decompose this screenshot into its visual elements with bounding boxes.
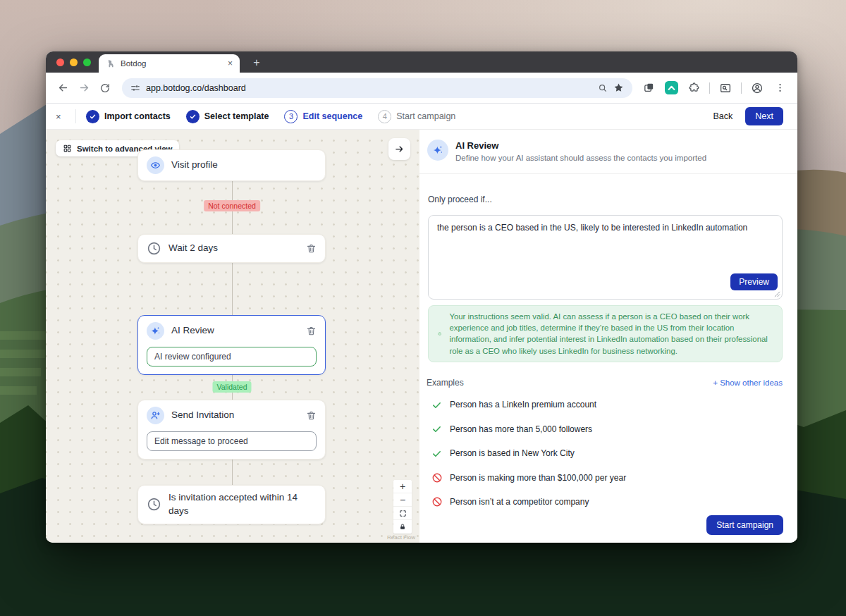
example-text: Person has more than 5,000 followers [450, 424, 592, 434]
window-controls [56, 58, 91, 66]
step-label: Start campaign [396, 111, 455, 121]
step-label: Edit sequence [302, 111, 362, 121]
step-label: Select template [204, 111, 269, 121]
side-panel-search-icon[interactable] [716, 79, 735, 97]
delete-node-icon[interactable] [306, 410, 317, 421]
example-text: Person is based in New York City [450, 448, 575, 458]
step-number: 3 [284, 110, 298, 123]
validation-message: Your instructions seem valid. AI can ass… [449, 311, 772, 357]
fit-view-button[interactable] [393, 507, 412, 520]
browser-tab[interactable]: Botdog × [99, 54, 240, 73]
tab-title: Botdog [121, 59, 223, 68]
delete-node-icon[interactable] [306, 243, 317, 254]
node-status-pill: AI review configured [147, 347, 317, 366]
node-visit-profile[interactable]: Visit profile [137, 149, 326, 181]
delete-node-icon[interactable] [306, 326, 317, 336]
toolbar-separator [709, 82, 710, 94]
panel-title: AI Review [455, 140, 706, 151]
start-campaign-button[interactable]: Start campaign [706, 515, 783, 535]
close-window-button[interactable] [56, 58, 64, 66]
tab-groups-icon[interactable] [639, 79, 658, 97]
clock-icon [147, 241, 161, 256]
bookmark-star-icon[interactable] [613, 82, 624, 93]
step-start-campaign[interactable]: 4 Start campaign [378, 110, 455, 123]
node-send-invitation[interactable]: Send Invitation Edit message to proceed [137, 400, 326, 460]
tab-close-icon[interactable]: × [228, 59, 233, 68]
eye-icon [147, 156, 164, 174]
forward-icon[interactable] [74, 78, 94, 98]
example-item[interactable]: Person isn’t at a competitor company [419, 490, 797, 515]
fit-view-icon [399, 510, 407, 517]
collapse-panel-button[interactable] [388, 138, 410, 160]
step-import-contacts[interactable]: Import contacts [86, 110, 171, 123]
person-add-icon [147, 407, 164, 424]
resize-handle[interactable] [774, 291, 780, 297]
sparkle-icon [147, 322, 164, 340]
example-item[interactable]: Person is making more than $100,000 per … [419, 465, 797, 490]
toolbar-separator [741, 82, 742, 94]
node-title: Wait 2 days [168, 242, 299, 255]
browser-window: Botdog × + app.botdog.co/dashboard [46, 51, 797, 543]
zoom-in-button[interactable]: + [393, 480, 412, 493]
step-number: 4 [378, 110, 391, 123]
lock-button[interactable] [393, 520, 412, 534]
wizard-stepper: × Import contacts Select template 3 Edit… [46, 104, 797, 130]
show-other-ideas-link[interactable]: + Show other ideas [713, 378, 783, 387]
node-wait-2-days[interactable]: Wait 2 days [137, 234, 326, 263]
panel-header: AI Review Define how your AI assistant s… [419, 130, 797, 174]
check-icon [431, 424, 443, 434]
node-title: Visit profile [171, 159, 317, 172]
step-check-icon [86, 110, 99, 123]
node-title: AI Review [171, 324, 299, 338]
step-select-template[interactable]: Select template [186, 110, 269, 123]
node-invitation-accepted[interactable]: Is invitation accepted within 14 days [137, 485, 326, 524]
minimize-window-button[interactable] [70, 58, 78, 66]
prohibit-icon [431, 496, 443, 507]
step-check-icon [186, 110, 200, 123]
preview-button[interactable]: Preview [730, 273, 778, 290]
profile-icon[interactable] [748, 79, 766, 97]
node-ai-review[interactable]: AI Review AI review configured [137, 315, 326, 375]
examples-list: Person has a LinkeIn premium account Per… [419, 393, 797, 515]
back-button[interactable]: Back [713, 111, 733, 121]
grid-icon [63, 144, 72, 153]
panel-subtitle: Define how your AI assistant should asse… [455, 154, 706, 162]
new-tab-button[interactable]: + [249, 56, 264, 70]
example-text: Person is making more than $100,000 per … [450, 473, 626, 483]
lock-icon [399, 523, 406, 531]
example-text: Person isn’t at a competitor company [450, 497, 589, 507]
node-title: Is invitation accepted within 14 days [168, 491, 317, 518]
sequence-canvas[interactable]: Switch to advanced view Visit profile No… [46, 130, 419, 543]
example-item[interactable]: Person has a LinkeIn premium account [419, 393, 797, 417]
validation-message-box: Your instructions seem valid. AI can ass… [428, 305, 783, 362]
check-icon [431, 400, 443, 410]
branch-label-validated: Validated [212, 381, 251, 393]
ai-review-panel: AI Review Define how your AI assistant s… [419, 130, 797, 543]
example-item[interactable]: Person has more than 5,000 followers [419, 417, 797, 441]
botdog-favicon-dog-icon [106, 58, 116, 68]
site-settings-icon[interactable] [130, 83, 140, 93]
extensions-puzzle-icon[interactable] [685, 79, 703, 97]
stepper-separator [75, 109, 76, 123]
search-icon[interactable] [598, 83, 608, 93]
zoom-out-button[interactable]: − [393, 493, 412, 507]
zoom-window-button[interactable] [83, 58, 91, 66]
botdog-extension-icon[interactable] [662, 79, 680, 97]
example-text: Person has a LinkeIn premium account [450, 400, 596, 409]
condition-label: Only proceed if... [428, 195, 789, 204]
instruction-area: the person is a CEO based in the US, lik… [428, 215, 783, 300]
ai-instruction-input[interactable]: the person is a CEO based in the US, lik… [428, 215, 783, 300]
examples-header: Examples + Show other ideas [427, 378, 783, 388]
url-text[interactable]: app.botdog.co/dashboard [146, 83, 592, 93]
example-item[interactable]: Person is based in New York City [419, 441, 797, 466]
step-edit-sequence[interactable]: 3 Edit sequence [284, 110, 362, 123]
branch-label-not-connected: Not connected [204, 200, 260, 211]
clock-icon [147, 497, 161, 512]
back-icon[interactable] [53, 78, 73, 98]
close-wizard-button[interactable]: × [56, 111, 71, 122]
next-button[interactable]: Next [745, 107, 783, 125]
reload-icon[interactable] [95, 78, 115, 98]
react-flow-attribution[interactable]: React Flow [387, 534, 415, 541]
address-bar[interactable]: app.botdog.co/dashboard [122, 78, 632, 98]
menu-kebab-icon[interactable] [771, 79, 789, 97]
